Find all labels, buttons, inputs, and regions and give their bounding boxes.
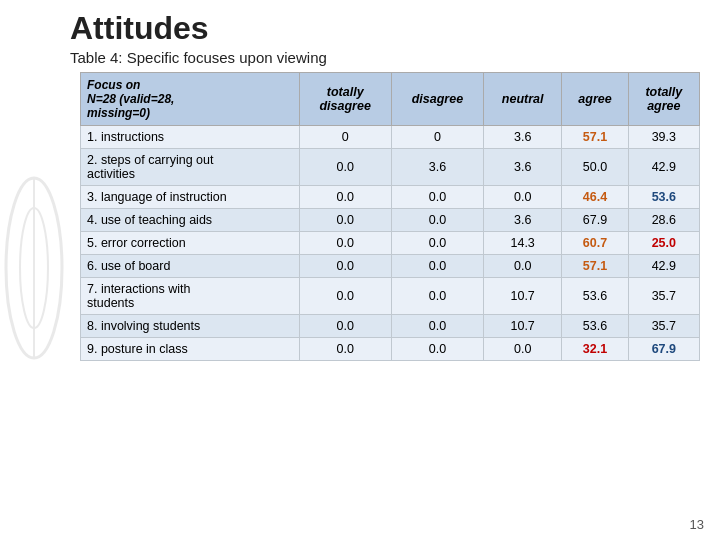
cell-neutral: 10.7 <box>484 315 562 338</box>
table-row: 7. interactions with students0.00.010.75… <box>81 278 700 315</box>
cell-totally-disagree: 0.0 <box>299 338 391 361</box>
cell-agree: 46.4 <box>562 186 628 209</box>
col-header-agree: agree <box>562 73 628 126</box>
cell-focus: 9. posture in class <box>81 338 300 361</box>
cell-focus: 6. use of board <box>81 255 300 278</box>
cell-neutral: 0.0 <box>484 338 562 361</box>
col-header-totally-agree: totally agree <box>628 73 699 126</box>
cell-neutral: 10.7 <box>484 278 562 315</box>
col-header-totally-disagree: totally disagree <box>299 73 391 126</box>
cell-totally-agree: 39.3 <box>628 126 699 149</box>
watermark <box>0 168 68 372</box>
cell-totally-disagree: 0.0 <box>299 209 391 232</box>
cell-totally-agree: 42.9 <box>628 255 699 278</box>
cell-agree: 60.7 <box>562 232 628 255</box>
cell-totally-agree: 35.7 <box>628 278 699 315</box>
cell-totally-agree: 42.9 <box>628 149 699 186</box>
cell-disagree: 0.0 <box>391 186 483 209</box>
cell-totally-agree: 25.0 <box>628 232 699 255</box>
cell-totally-disagree: 0.0 <box>299 232 391 255</box>
cell-totally-disagree: 0.0 <box>299 278 391 315</box>
col-header-neutral: neutral <box>484 73 562 126</box>
cell-neutral: 14.3 <box>484 232 562 255</box>
table-row: 9. posture in class0.00.00.032.167.9 <box>81 338 700 361</box>
cell-disagree: 0.0 <box>391 255 483 278</box>
cell-agree: 32.1 <box>562 338 628 361</box>
cell-focus: 3. language of instruction <box>81 186 300 209</box>
cell-agree: 67.9 <box>562 209 628 232</box>
col-header-disagree: disagree <box>391 73 483 126</box>
table-row: 4. use of teaching aids0.00.03.667.928.6 <box>81 209 700 232</box>
cell-neutral: 3.6 <box>484 209 562 232</box>
cell-totally-disagree: 0.0 <box>299 149 391 186</box>
cell-focus: 1. instructions <box>81 126 300 149</box>
cell-totally-disagree: 0.0 <box>299 186 391 209</box>
cell-totally-agree: 67.9 <box>628 338 699 361</box>
table-row: 2. steps of carrying out activities0.03.… <box>81 149 700 186</box>
cell-totally-disagree: 0 <box>299 126 391 149</box>
cell-focus: 8. involving students <box>81 315 300 338</box>
cell-disagree: 0.0 <box>391 232 483 255</box>
cell-neutral: 3.6 <box>484 149 562 186</box>
cell-totally-agree: 28.6 <box>628 209 699 232</box>
cell-totally-agree: 35.7 <box>628 315 699 338</box>
table-row: 3. language of instruction0.00.00.046.45… <box>81 186 700 209</box>
cell-focus: 2. steps of carrying out activities <box>81 149 300 186</box>
cell-disagree: 0 <box>391 126 483 149</box>
cell-neutral: 0.0 <box>484 255 562 278</box>
cell-focus: 7. interactions with students <box>81 278 300 315</box>
cell-agree: 53.6 <box>562 278 628 315</box>
page-number: 13 <box>690 517 704 532</box>
cell-totally-agree: 53.6 <box>628 186 699 209</box>
cell-agree: 57.1 <box>562 126 628 149</box>
cell-totally-disagree: 0.0 <box>299 255 391 278</box>
cell-focus: 5. error correction <box>81 232 300 255</box>
cell-disagree: 0.0 <box>391 315 483 338</box>
table-row: 1. instructions003.657.139.3 <box>81 126 700 149</box>
cell-disagree: 0.0 <box>391 338 483 361</box>
cell-agree: 50.0 <box>562 149 628 186</box>
page-container: Attitudes Table 4: Specific focuses upon… <box>0 0 720 540</box>
cell-disagree: 0.0 <box>391 209 483 232</box>
cell-agree: 57.1 <box>562 255 628 278</box>
page-title: Attitudes <box>70 10 700 47</box>
col-header-focus: Focus on N=28 (valid=28, missing=0) <box>81 73 300 126</box>
cell-neutral: 0.0 <box>484 186 562 209</box>
cell-focus: 4. use of teaching aids <box>81 209 300 232</box>
cell-agree: 53.6 <box>562 315 628 338</box>
cell-disagree: 3.6 <box>391 149 483 186</box>
cell-disagree: 0.0 <box>391 278 483 315</box>
table-row: 8. involving students0.00.010.753.635.7 <box>81 315 700 338</box>
table-row: 6. use of board0.00.00.057.142.9 <box>81 255 700 278</box>
page-subtitle: Table 4: Specific focuses upon viewing <box>70 49 700 66</box>
cell-neutral: 3.6 <box>484 126 562 149</box>
data-table: Focus on N=28 (valid=28, missing=0) tota… <box>80 72 700 361</box>
cell-totally-disagree: 0.0 <box>299 315 391 338</box>
table-row: 5. error correction0.00.014.360.725.0 <box>81 232 700 255</box>
